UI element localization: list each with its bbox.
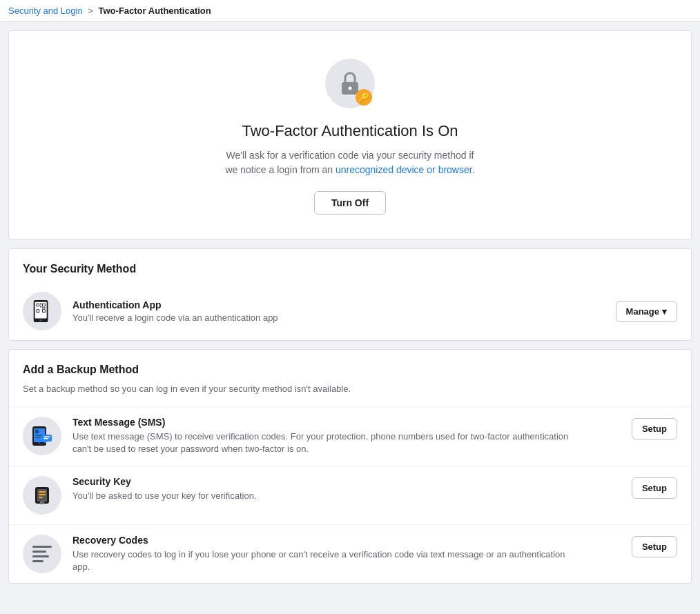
security-method-card: Your Security Method bbox=[8, 248, 692, 341]
security-key-backup-desc: You'll be asked to use your key for veri… bbox=[72, 490, 570, 502]
svg-rect-19 bbox=[35, 430, 39, 433]
svg-rect-24 bbox=[43, 437, 50, 438]
auth-app-icon bbox=[30, 299, 55, 324]
hero-section: 🔑 Two-Factor Authentication Is On We'll … bbox=[9, 31, 691, 239]
turn-off-button[interactable]: Turn Off bbox=[314, 191, 386, 215]
recovery-codes-backup-desc: Use recovery codes to log in if you lose… bbox=[72, 548, 570, 573]
sms-backup-name: Text Message (SMS) bbox=[72, 417, 621, 428]
recovery-codes-icon bbox=[30, 543, 55, 565]
svg-rect-10 bbox=[40, 304, 41, 305]
recovery-line-3 bbox=[32, 555, 49, 557]
recovery-codes-icon-wrapper bbox=[23, 535, 61, 573]
security-key-backup-name: Security Key bbox=[72, 476, 621, 487]
backup-subtitle: Set a backup method so you can log in ev… bbox=[9, 383, 691, 406]
hero-title: Two-Factor Authentication Is On bbox=[242, 122, 458, 140]
svg-rect-11 bbox=[40, 306, 41, 307]
breadcrumb: Security and Login > Two-Factor Authenti… bbox=[0, 0, 700, 22]
svg-rect-15 bbox=[43, 310, 45, 312]
security-key-setup-button[interactable]: Setup bbox=[632, 477, 677, 499]
auth-app-icon-wrapper bbox=[23, 292, 61, 330]
svg-rect-25 bbox=[43, 438, 48, 439]
hero-icon-wrapper: 🔑 bbox=[325, 59, 375, 108]
hero-description: We'll ask for a verification code via yo… bbox=[219, 148, 481, 177]
svg-point-1 bbox=[349, 87, 352, 90]
recovery-codes-setup-button[interactable]: Setup bbox=[632, 536, 677, 557]
breadcrumb-parent-link[interactable]: Security and Login bbox=[8, 6, 83, 16]
svg-rect-13 bbox=[44, 307, 46, 308]
backup-method-title: Add a Backup Method bbox=[9, 350, 691, 383]
breadcrumb-current: Two-Factor Authentication bbox=[99, 6, 211, 16]
recovery-codes-backup-item: Recovery Codes Use recovery codes to log… bbox=[9, 524, 691, 583]
recovery-line-1 bbox=[32, 546, 52, 548]
svg-rect-30 bbox=[39, 497, 43, 498]
security-key-icon bbox=[30, 483, 55, 508]
sms-icon bbox=[30, 424, 55, 448]
security-key-backup-info: Security Key You'll be asked to use your… bbox=[72, 476, 621, 502]
backup-method-card: Add a Backup Method Set a backup method … bbox=[8, 349, 692, 584]
sms-backup-item: Text Message (SMS) Use text message (SMS… bbox=[9, 406, 691, 465]
security-method-title: Your Security Method bbox=[9, 249, 691, 282]
security-key-backup-action: Setup bbox=[632, 476, 677, 499]
auth-app-desc: You'll receive a login code via an authe… bbox=[72, 313, 616, 323]
sms-backup-desc: Use text message (SMS) to receive verifi… bbox=[72, 430, 570, 455]
key-badge: 🔑 bbox=[356, 89, 372, 106]
content-area: 🔑 Two-Factor Authentication Is On We'll … bbox=[0, 22, 700, 600]
svg-rect-7 bbox=[43, 304, 45, 306]
auth-app-method-item: Authentication App You'll receive a logi… bbox=[9, 282, 691, 340]
security-key-icon-wrapper bbox=[23, 476, 61, 515]
svg-rect-12 bbox=[42, 307, 43, 308]
recovery-codes-backup-name: Recovery Codes bbox=[72, 535, 621, 546]
auth-app-info: Authentication App You'll receive a logi… bbox=[72, 299, 616, 323]
sms-backup-info: Text Message (SMS) Use text message (SMS… bbox=[72, 417, 621, 455]
unrecognized-device-link[interactable]: unrecognized device or browser bbox=[336, 164, 472, 175]
svg-rect-21 bbox=[35, 437, 41, 438]
svg-point-22 bbox=[39, 442, 40, 444]
breadcrumb-separator: > bbox=[88, 6, 93, 16]
manage-button[interactable]: Manage ▾ bbox=[616, 301, 677, 322]
page-wrapper: Security and Login > Two-Factor Authenti… bbox=[0, 0, 700, 614]
recovery-codes-backup-action: Setup bbox=[632, 535, 677, 557]
svg-point-16 bbox=[40, 319, 42, 321]
svg-rect-28 bbox=[39, 491, 46, 493]
sms-icon-wrapper bbox=[23, 417, 61, 455]
svg-rect-32 bbox=[41, 502, 43, 504]
sms-backup-action: Setup bbox=[632, 417, 677, 439]
recovery-line-2 bbox=[32, 551, 46, 553]
sms-setup-button[interactable]: Setup bbox=[632, 418, 677, 439]
hero-card: 🔑 Two-Factor Authentication Is On We'll … bbox=[8, 30, 692, 240]
manage-dropdown-icon: ▾ bbox=[662, 306, 667, 317]
recovery-line-4 bbox=[32, 560, 43, 562]
auth-app-name: Authentication App bbox=[72, 299, 616, 310]
svg-rect-29 bbox=[39, 494, 46, 495]
security-key-backup-item: Security Key You'll be asked to use your… bbox=[9, 466, 691, 524]
svg-rect-5 bbox=[37, 304, 39, 306]
recovery-codes-backup-info: Recovery Codes Use recovery codes to log… bbox=[72, 535, 621, 573]
svg-rect-9 bbox=[37, 310, 39, 312]
